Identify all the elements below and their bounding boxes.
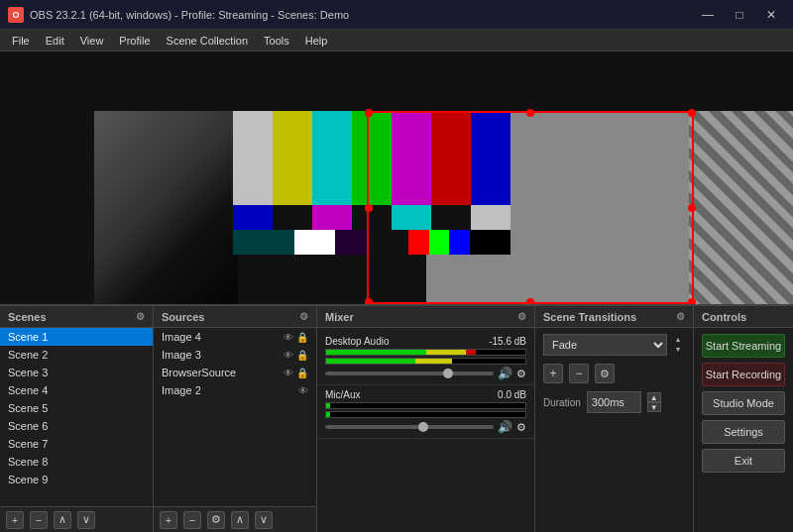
transitions-panel-header: Scene Transitions ⚙	[535, 306, 693, 328]
duration-up-button[interactable]: ▲	[647, 392, 661, 402]
mixer-panel: Mixer ⚙ Desktop Audio -15.6 dB	[317, 306, 535, 532]
menu-help[interactable]: Help	[297, 33, 336, 49]
micaux-label: Mic/Aux	[325, 389, 361, 400]
exit-button[interactable]: Exit	[702, 449, 785, 473]
scene-item[interactable]: Scene 1	[0, 328, 153, 346]
start-streaming-button[interactable]: Start Streaming	[702, 334, 785, 358]
source-visible-icon[interactable]: 👁	[283, 332, 293, 343]
source-item[interactable]: Image 3 👁 🔒	[154, 346, 316, 364]
desktop-audio-db: -15.6 dB	[489, 336, 526, 347]
start-recording-button[interactable]: Start Recording	[702, 363, 785, 386]
sources-toolbar: + − ⚙ ∧ ∨	[154, 506, 316, 532]
scene-list: Scene 1 Scene 2 Scene 3 Scene 4 Scene 5 …	[0, 328, 153, 506]
source-lock-icon[interactable]: 🔒	[296, 332, 308, 343]
minimize-button[interactable]: —	[694, 5, 722, 25]
scenes-panel-header: Scenes ⚙	[0, 306, 153, 328]
desktop-audio-mute-icon[interactable]: 🔊	[498, 367, 512, 380]
scene-item[interactable]: Scene 4	[0, 381, 153, 399]
transition-settings-button[interactable]: ⚙	[595, 364, 615, 383]
sources-down-button[interactable]: ∨	[255, 511, 273, 529]
source-item[interactable]: Image 4 👁 🔒	[154, 328, 316, 346]
micaux-channel: Mic/Aux 0.0 dB 🔊 ⚙	[317, 385, 534, 439]
handle-bot-left[interactable]	[365, 298, 373, 304]
sources-add-button[interactable]: +	[160, 511, 177, 529]
controls-title: Controls	[702, 311, 746, 323]
transitions-panel: Scene Transitions ⚙ Fade ▲ ▼ + − ⚙ Durat…	[535, 306, 694, 532]
transition-remove-button[interactable]: −	[569, 364, 589, 383]
source-visible-icon[interactable]: 👁	[283, 350, 293, 361]
mixer-title: Mixer	[325, 311, 354, 323]
scenes-down-button[interactable]: ∨	[77, 511, 95, 529]
titlebar-left: O OBS 23.2.1 (64-bit, windows) - Profile…	[8, 7, 349, 23]
scene-item[interactable]: Scene 2	[0, 346, 153, 364]
menu-edit[interactable]: Edit	[38, 33, 72, 49]
desktop-audio-fader[interactable]	[325, 372, 494, 375]
close-button[interactable]: ✕	[757, 5, 785, 25]
scenes-add-button[interactable]: +	[6, 511, 24, 529]
preview-area	[0, 52, 793, 304]
desktop-audio-channel: Desktop Audio -15.6 dB 🔊	[317, 332, 534, 385]
scenes-lock-icon[interactable]: ⚙	[136, 311, 145, 322]
transitions-content: Fade ▲ ▼ + − ⚙ Duration ▲ ▼	[535, 328, 693, 532]
titlebar: O OBS 23.2.1 (64-bit, windows) - Profile…	[0, 0, 793, 30]
source-visible-icon[interactable]: 👁	[283, 368, 293, 378]
scene-item[interactable]: Scene 3	[0, 364, 153, 381]
controls-panel: Controls Start Streaming Start Recording…	[694, 306, 793, 532]
micaux-settings-icon[interactable]: ⚙	[516, 421, 526, 434]
scene-item[interactable]: Scene 8	[0, 453, 153, 471]
menubar: File Edit View Profile Scene Collection …	[0, 30, 793, 52]
source-item[interactable]: Image 2 👁	[154, 381, 316, 399]
source-list: Image 4 👁 🔒 Image 3 👁 🔒 BrowserSource 👁 …	[154, 328, 316, 506]
maximize-button[interactable]: □	[726, 5, 753, 25]
transitions-lock-icon[interactable]: ⚙	[676, 311, 685, 322]
sources-lock-icon[interactable]: ⚙	[299, 311, 308, 322]
source-item[interactable]: BrowserSource 👁 🔒	[154, 364, 316, 381]
sources-remove-button[interactable]: −	[183, 511, 201, 529]
sources-panel-header: Sources ⚙	[154, 306, 316, 328]
desktop-audio-settings-icon[interactable]: ⚙	[516, 368, 526, 380]
source-name: Image 4	[162, 331, 201, 343]
controls-content: Start Streaming Start Recording Studio M…	[694, 328, 793, 479]
source-visible-icon[interactable]: 👁	[298, 385, 308, 396]
micaux-mute-icon[interactable]: 🔊	[498, 420, 512, 434]
scene-item[interactable]: Scene 5	[0, 399, 153, 417]
duration-down-button[interactable]: ▼	[647, 402, 661, 412]
menu-tools[interactable]: Tools	[256, 33, 297, 49]
scenes-title: Scenes	[8, 311, 47, 323]
source-lock-icon[interactable]: 🔒	[296, 368, 308, 378]
studio-mode-button[interactable]: Studio Mode	[702, 391, 785, 415]
scenes-panel: Scenes ⚙ Scene 1 Scene 2 Scene 3 Scene 4…	[0, 306, 154, 532]
sources-settings-button[interactable]: ⚙	[207, 511, 225, 529]
transition-add-button[interactable]: +	[543, 364, 563, 383]
duration-input[interactable]	[587, 391, 641, 413]
preview-dark-region	[94, 111, 238, 304]
controls-panel-header: Controls	[694, 306, 793, 328]
micaux-fader[interactable]	[325, 425, 494, 429]
menu-view[interactable]: View	[72, 33, 112, 49]
transitions-title: Scene Transitions	[543, 311, 636, 323]
desktop-audio-label: Desktop Audio	[325, 336, 390, 347]
scene-item[interactable]: Scene 9	[0, 471, 153, 488]
transition-type-select[interactable]: Fade	[543, 334, 667, 356]
desktop-audio-meter2	[325, 358, 526, 365]
source-name: Image 3	[162, 349, 201, 361]
scenes-up-button[interactable]: ∧	[54, 511, 71, 529]
micaux-db: 0.0 dB	[498, 389, 526, 400]
menu-profile[interactable]: Profile	[111, 33, 158, 49]
source-name: Image 2	[162, 384, 201, 396]
transition-type-down[interactable]: ▼	[671, 345, 685, 355]
sources-title: Sources	[162, 311, 204, 323]
scenes-toolbar: + − ∧ ∨	[0, 506, 153, 532]
scenes-remove-button[interactable]: −	[30, 511, 48, 529]
menu-scene-collection[interactable]: Scene Collection	[159, 33, 257, 49]
settings-button[interactable]: Settings	[702, 420, 785, 444]
scene-item[interactable]: Scene 7	[0, 435, 153, 453]
menu-file[interactable]: File	[4, 33, 38, 49]
mixer-lock-icon[interactable]: ⚙	[517, 311, 526, 322]
micaux-meter2	[325, 411, 526, 418]
scene-item[interactable]: Scene 6	[0, 417, 153, 435]
source-lock-icon[interactable]: 🔒	[296, 350, 308, 361]
sources-up-button[interactable]: ∧	[231, 511, 249, 529]
transition-type-up[interactable]: ▲	[671, 335, 685, 345]
color-bars	[233, 111, 510, 255]
